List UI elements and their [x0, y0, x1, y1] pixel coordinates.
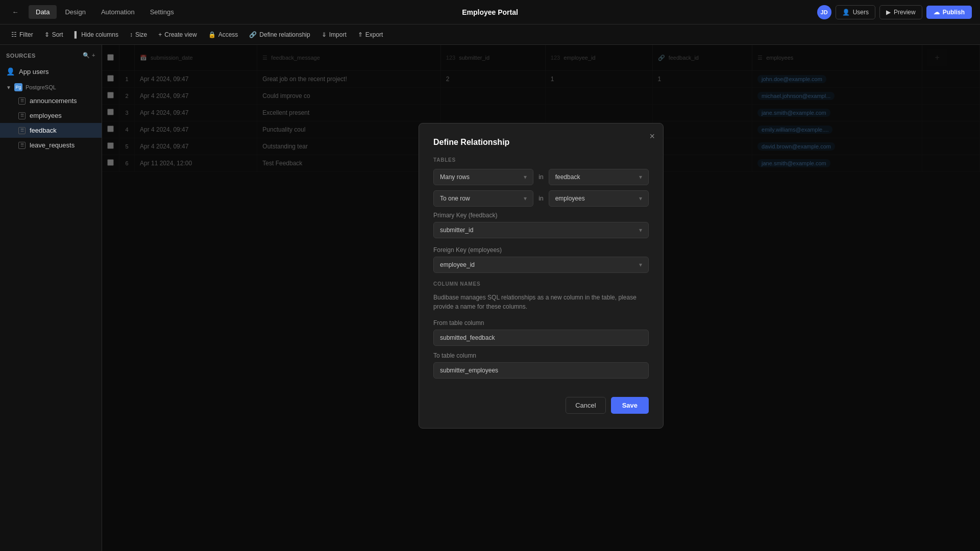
users-icon: 👤 — [842, 9, 850, 16]
chevron-down-icon5 — [639, 227, 642, 234]
sidebar-item-feedback[interactable]: ☰ feedback — [0, 123, 102, 138]
to-table-label: To table column — [433, 352, 649, 359]
many-rows-select[interactable]: Many rows — [433, 169, 533, 185]
tables-section-label: TABLES — [433, 157, 649, 163]
foreign-key-dropdown[interactable]: employee_id — [433, 257, 649, 273]
define-relationship-modal: Define Relationship × TABLES Many rows i… — [419, 123, 664, 429]
primary-key-dropdown[interactable]: submitter_id — [433, 222, 649, 238]
main-layout: Sources 🔍 + 👤 App users ▼ Pg PostgreSQL … — [0, 45, 980, 551]
publish-icon: ☁ — [934, 9, 940, 16]
filter-icon: ☷ — [11, 31, 17, 38]
table-icon: ☰ — [18, 127, 26, 134]
back-button[interactable]: ← — [8, 5, 22, 19]
info-text: Budibase manages SQL relationships as a … — [433, 293, 649, 311]
hide-columns-icon: ▌ — [75, 31, 79, 38]
tab-design[interactable]: Design — [58, 5, 92, 19]
create-view-button[interactable]: + Create view — [153, 29, 202, 41]
data-area: 📅 submission_date ☰ feedback_message 123… — [102, 45, 980, 551]
chevron-down-icon6 — [639, 261, 642, 268]
tab-automation[interactable]: Automation — [94, 5, 142, 19]
modal-actions: Cancel Save — [433, 397, 649, 414]
table-relation-row2: To one row in employees — [433, 190, 649, 207]
sidebar-item-announcements[interactable]: ☰ announcements — [0, 93, 102, 108]
access-button[interactable]: 🔒 Access — [203, 29, 243, 41]
import-button[interactable]: ⇓ Import — [316, 29, 352, 41]
db-icon: Pg — [14, 83, 22, 91]
tab-data[interactable]: Data — [29, 5, 57, 19]
sort-button[interactable]: ⇕ Sort — [39, 29, 68, 41]
filter-button[interactable]: ☷ Filter — [6, 29, 38, 41]
hide-columns-button[interactable]: ▌ Hide columns — [69, 29, 124, 41]
preview-icon: ▶ — [886, 9, 891, 16]
table-icon: ☰ — [18, 142, 26, 149]
sidebar-item-leave-requests[interactable]: ☰ leave_requests — [0, 138, 102, 153]
publish-button[interactable]: ☁ Publish — [926, 6, 972, 19]
primary-key-label: Primary Key (feedback) — [433, 212, 649, 219]
nav-tabs: Data Design Automation Settings — [29, 5, 181, 19]
sidebar-item-employees[interactable]: ☰ employees — [0, 108, 102, 123]
size-button[interactable]: ↕ Size — [125, 29, 152, 41]
feedback-table-select[interactable]: feedback — [549, 169, 649, 185]
search-icon[interactable]: 🔍 — [83, 52, 90, 59]
right-actions: JD 👤 Users ▶ Preview ☁ Publish — [817, 5, 972, 19]
chevron-down-icon — [524, 173, 527, 181]
size-icon: ↕ — [130, 31, 133, 38]
modal-overlay: Define Relationship × TABLES Many rows i… — [102, 45, 980, 551]
export-button[interactable]: ⇑ Export — [353, 29, 388, 41]
foreign-key-label: Foreign Key (employees) — [433, 246, 649, 254]
sidebar-item-app-users[interactable]: 👤 App users — [0, 64, 102, 79]
create-view-icon: + — [158, 31, 162, 38]
define-relationship-button[interactable]: 🔗 Define relationship — [244, 29, 315, 41]
table-icon: ☰ — [18, 97, 26, 105]
table-relation-row1: Many rows in feedback — [433, 169, 649, 185]
save-button[interactable]: Save — [611, 397, 649, 414]
to-one-row-select[interactable]: To one row — [433, 190, 533, 207]
modal-title: Define Relationship — [433, 138, 649, 147]
top-nav: ← Data Design Automation Settings Employ… — [0, 0, 980, 24]
link-icon: 🔗 — [249, 31, 257, 38]
chevron-down-icon2 — [639, 173, 642, 181]
avatar: JD — [817, 5, 831, 19]
sidebar: Sources 🔍 + 👤 App users ▼ Pg PostgreSQL … — [0, 45, 102, 551]
lock-icon: 🔒 — [208, 31, 216, 38]
from-table-input[interactable] — [433, 330, 649, 346]
export-icon: ⇑ — [358, 31, 363, 38]
toolbar: ☷ Filter ⇕ Sort ▌ Hide columns ↕ Size + … — [0, 24, 980, 45]
chevron-down-icon4 — [639, 195, 642, 202]
from-table-label: From table column — [433, 319, 649, 327]
table-icon: ☰ — [18, 112, 26, 119]
users-button[interactable]: 👤 Users — [836, 5, 875, 19]
preview-button[interactable]: ▶ Preview — [879, 5, 922, 19]
import-icon: ⇓ — [322, 31, 327, 38]
sidebar-group-postgres[interactable]: ▼ Pg PostgreSQL — [0, 79, 102, 93]
app-title: Employee Portal — [462, 8, 518, 16]
sort-icon: ⇕ — [44, 31, 50, 38]
column-names-section-label: COLUMN NAMES — [433, 281, 649, 287]
close-icon[interactable]: × — [649, 132, 655, 141]
cancel-button[interactable]: Cancel — [566, 397, 605, 414]
to-table-input[interactable] — [433, 362, 649, 379]
sidebar-actions: 🔍 + — [83, 52, 95, 59]
chevron-icon: ▼ — [6, 85, 11, 90]
sidebar-header: Sources 🔍 + — [0, 49, 102, 64]
add-source-icon[interactable]: + — [92, 52, 95, 59]
chevron-down-icon3 — [524, 195, 527, 202]
employees-table-select[interactable]: employees — [549, 190, 649, 207]
tab-settings[interactable]: Settings — [143, 5, 181, 19]
users-icon: 👤 — [6, 67, 15, 76]
